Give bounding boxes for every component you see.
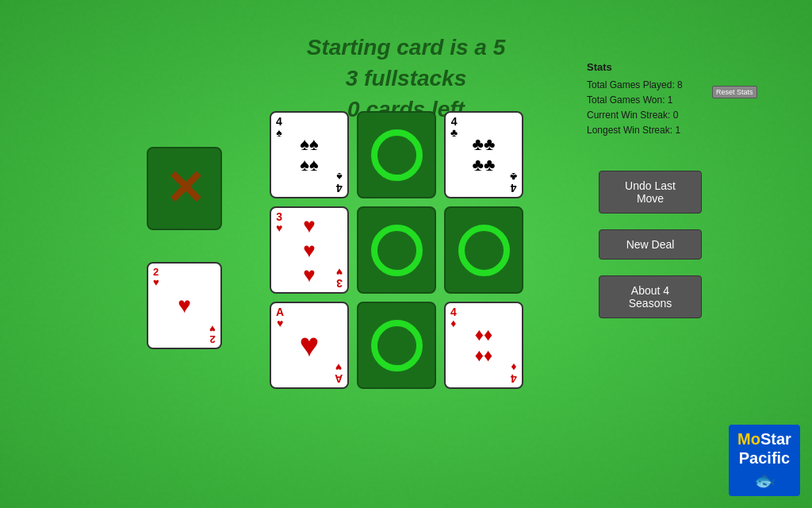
card-3-heart[interactable]: 3♥ ♥♥♥ 3♥ <box>270 206 349 294</box>
new-deal-button[interactable]: New Deal <box>599 229 702 260</box>
card-grid: 4♠ ♠♠♠♠ 4♠ 4♣ ♣♣♣♣ 4♣ 3♥ ♥♥♥ 3♥ A♥ ♥ <box>270 111 523 389</box>
longest-win-streak: Longest Win Streak: 1 <box>587 123 683 138</box>
reset-stats-button[interactable]: Reset Stats <box>712 86 757 98</box>
total-games-played: Total Games Played: 8 <box>587 78 683 93</box>
buttons-panel: Undo Last Move New Deal About 4 Seasons <box>599 171 702 334</box>
hand-card[interactable]: 2♥ ♥ 2♥ <box>147 262 222 349</box>
header-line1: Starting card is a 5 <box>0 32 812 63</box>
x-mark-icon: ✕ <box>165 165 205 213</box>
card-corner-top: 4♣ <box>450 116 458 138</box>
card-center: ♥ <box>282 326 337 364</box>
empty-slot-circle <box>458 225 510 276</box>
empty-slot-1[interactable] <box>357 111 436 198</box>
card-center: ♣♣♣♣ <box>456 134 511 175</box>
empty-slot-2[interactable] <box>357 206 436 294</box>
card-center: ♥♥♥ <box>282 214 337 287</box>
undo-last-move-button[interactable]: Undo Last Move <box>599 171 702 214</box>
card-corner-top: A♥ <box>276 306 284 329</box>
stats-title: Stats <box>587 60 683 76</box>
card-corner-top: 4♦ <box>450 306 457 329</box>
card-center: ♠♠♠♠ <box>282 134 337 175</box>
current-win-streak: Current Win Streak: 0 <box>587 108 683 123</box>
card-4-diamond[interactable]: 4♦ ♦♦♦♦ 4♦ <box>444 302 523 389</box>
card-corner-bottom: 4♠ <box>336 171 343 194</box>
card-ace-heart[interactable]: A♥ ♥ A♥ <box>270 302 349 389</box>
card-center: ♦♦♦♦ <box>456 325 511 366</box>
logo-fish-icon: 🐟 <box>754 471 776 491</box>
stats-panel: Stats Total Games Played: 8 Total Games … <box>587 60 683 139</box>
empty-slot-circle <box>371 225 423 276</box>
empty-slot-4[interactable] <box>357 302 436 389</box>
empty-slot-circle <box>371 320 423 371</box>
total-games-won: Total Games Won: 1 <box>587 93 683 108</box>
header-line2: 3 fullstacks <box>0 63 812 94</box>
logo: MoStarPacific 🐟 <box>729 425 800 496</box>
card-corner-bottom: A♥ <box>335 362 343 384</box>
hand-card-corner-top: 2♥ <box>153 267 159 287</box>
discard-pile[interactable]: ✕ <box>147 147 222 230</box>
card-corner-bottom: 3♥ <box>336 267 343 289</box>
empty-slot-3[interactable] <box>444 206 523 294</box>
card-4-spade-1[interactable]: 4♠ ♠♠♠♠ 4♠ <box>270 111 349 198</box>
card-corner-bottom: 4♦ <box>511 362 517 384</box>
empty-slot-circle <box>371 129 423 181</box>
about-button[interactable]: About 4 Seasons <box>599 275 702 318</box>
card-corner-bottom: 4♣ <box>510 171 517 194</box>
hand-card-corner-bottom: 2♥ <box>209 324 216 344</box>
logo-text: MoStarPacific <box>737 429 791 468</box>
card-corner-top: 3♥ <box>276 211 282 233</box>
card-corner-top: 4♠ <box>276 116 282 138</box>
card-4-club[interactable]: 4♣ ♣♣♣♣ 4♣ <box>444 111 523 198</box>
